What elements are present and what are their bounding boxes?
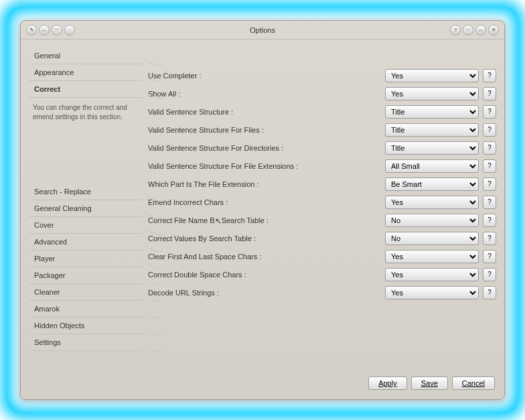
down-icon[interactable]: ﹀ <box>52 25 62 36</box>
setting-select[interactable]: Title <box>385 141 479 155</box>
setting-row: Valid Sentence Structure :Title? <box>148 102 496 121</box>
tab-hidden-objects[interactable]: Hidden Objects <box>29 318 143 334</box>
setting-select[interactable]: Title <box>385 105 479 119</box>
help-button[interactable]: ? <box>483 286 496 299</box>
help-button[interactable]: ? <box>483 268 496 281</box>
setting-row: Which Part Is The File Extension :Be Sma… <box>148 175 496 193</box>
cursor-icon: ↖ <box>215 216 222 226</box>
tab-general[interactable]: General <box>29 48 143 64</box>
setting-label: Valid Sentence Structure For Directories… <box>148 144 381 152</box>
up-icon[interactable]: ︿ <box>39 25 50 36</box>
tab-cover[interactable]: Cover <box>29 217 143 234</box>
tab-correct[interactable]: Correct <box>29 81 143 98</box>
setting-select[interactable]: Yes <box>385 268 479 281</box>
footer: Apply Save Cancel <box>21 370 504 399</box>
setting-select[interactable]: Yes <box>385 87 479 100</box>
tab-amarok[interactable]: Amarok <box>29 301 143 318</box>
titlebar: ✎ ︿ ﹀ · Options ? ﹀ ︿ ✕ <box>21 21 504 40</box>
setting-select[interactable]: Title <box>385 123 479 137</box>
help-button[interactable]: ? <box>483 214 496 227</box>
help-button[interactable]: ? <box>483 232 496 245</box>
setting-select[interactable]: No <box>385 214 479 227</box>
tab-appearance[interactable]: Appearance <box>29 64 143 81</box>
tab-search-replace[interactable]: Search - Replace <box>29 184 143 200</box>
help-button[interactable]: ? <box>483 105 496 119</box>
help-button[interactable]: ? <box>483 69 496 82</box>
help-button[interactable]: ? <box>483 87 496 100</box>
setting-row: Emend Incorrect Chars :Yes? <box>148 193 496 211</box>
tool-icon[interactable]: ✎ <box>26 25 37 36</box>
setting-row: Clear First And Last Space Chars :Yes? <box>148 247 496 265</box>
apply-button[interactable]: Apply <box>368 376 407 390</box>
setting-label: Valid Sentence Structure For File Extens… <box>148 162 381 170</box>
setting-label: Correct File Name B↖Search Table : <box>148 216 381 225</box>
setting-select[interactable]: Yes <box>385 69 479 82</box>
setting-label: Use Completer : <box>148 72 381 80</box>
tab-general-cleaning[interactable]: General Cleaning <box>29 200 143 217</box>
setting-select[interactable]: All Small <box>385 159 479 173</box>
setting-row: Use Completer :Yes? <box>148 66 496 84</box>
save-button[interactable]: Save <box>411 376 448 390</box>
setting-select[interactable]: Be Smart <box>385 178 479 191</box>
setting-row: Correct Double Space Chars :Yes? <box>148 265 496 283</box>
setting-label: Which Part Is The File Extension : <box>148 180 381 188</box>
max-icon[interactable]: ︿ <box>475 25 486 36</box>
setting-label: Correct Double Space Chars : <box>148 271 381 279</box>
sidebar: GeneralAppearanceCorrect You can change … <box>29 48 143 367</box>
min-icon[interactable]: ﹀ <box>463 25 473 36</box>
setting-select[interactable]: Yes <box>385 196 479 209</box>
tab-cleaner[interactable]: Cleaner <box>29 284 143 301</box>
setting-label: Correct Values By Search Table : <box>148 234 381 242</box>
setting-row: Decode URL Strings :Yes? <box>148 283 496 301</box>
tab-packager[interactable]: Packager <box>29 267 143 284</box>
help-icon[interactable]: ? <box>450 25 461 36</box>
help-button[interactable]: ? <box>483 178 496 191</box>
close-icon[interactable]: ✕ <box>488 25 499 36</box>
setting-label: Valid Sentence Structure : <box>148 108 381 116</box>
help-button[interactable]: ? <box>483 250 496 263</box>
setting-row: Show All :Yes? <box>148 84 496 102</box>
setting-label: Decode URL Strings : <box>148 289 381 297</box>
help-button[interactable]: ? <box>483 159 496 173</box>
setting-label: Emend Incorrect Chars : <box>148 198 381 206</box>
cancel-button[interactable]: Cancel <box>452 376 495 390</box>
help-button[interactable]: ? <box>483 141 496 155</box>
setting-select[interactable]: Yes <box>385 250 479 263</box>
setting-row: Correct File Name B↖Search Table :No? <box>148 211 496 229</box>
setting-row: Valid Sentence Structure For Directories… <box>148 139 496 157</box>
options-window: ✎ ︿ ﹀ · Options ? ﹀ ︿ ✕ GeneralAppearanc… <box>20 20 505 400</box>
section-description: You can change the correct and emend set… <box>29 98 143 130</box>
setting-label: Valid Sentence Structure For Files : <box>148 126 381 134</box>
tab-player[interactable]: Player <box>29 251 143 267</box>
dot-icon[interactable]: · <box>64 25 75 36</box>
help-button[interactable]: ? <box>483 123 496 137</box>
window-title: Options <box>75 26 450 34</box>
setting-label: Clear First And Last Space Chars : <box>148 253 381 261</box>
setting-select[interactable]: Yes <box>385 286 479 299</box>
help-button[interactable]: ? <box>483 196 496 209</box>
setting-row: Correct Values By Search Table :No? <box>148 229 496 247</box>
setting-row: Valid Sentence Structure For Files :Titl… <box>148 121 496 139</box>
tab-settings[interactable]: Settings <box>29 334 143 351</box>
settings-panel: Use Completer :Yes?Show All :Yes?Valid S… <box>148 48 496 367</box>
setting-select[interactable]: No <box>385 232 479 245</box>
setting-label: Show All : <box>148 90 381 98</box>
tab-advanced[interactable]: Advanced <box>29 234 143 251</box>
setting-row: Valid Sentence Structure For File Extens… <box>148 157 496 175</box>
